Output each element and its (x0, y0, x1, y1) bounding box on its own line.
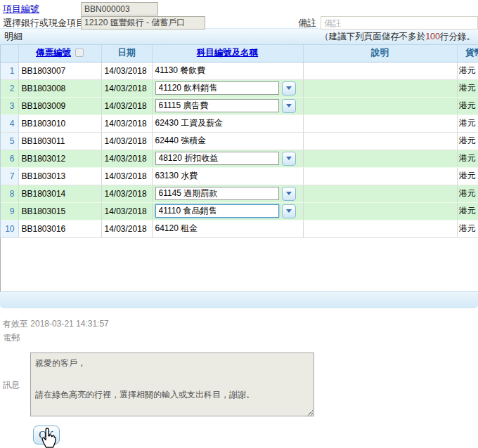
voucher-cell: BB1803016 (18, 220, 101, 237)
account-combobox (155, 152, 300, 166)
currency-cell: 港元 (457, 167, 478, 185)
message-label: 訊息 (0, 379, 30, 391)
chevron-down-icon (286, 192, 292, 195)
voucher-cell: BB1803007 (18, 62, 101, 79)
date-cell: 14/03/2018 (101, 114, 152, 132)
account-select-input[interactable] (155, 187, 279, 200)
currency-cell: 港元 (457, 202, 478, 220)
account-cell: 62430 工資及薪金 (152, 114, 303, 132)
account-cell: 63130 水費 (152, 167, 303, 185)
account-cell (152, 79, 303, 97)
account-dropdown-button[interactable] (282, 99, 296, 113)
account-select-input[interactable] (155, 204, 279, 218)
account-combobox (155, 187, 300, 201)
currency-cell: 港元 (457, 150, 478, 167)
table-footer-bar (0, 291, 478, 308)
voucher-cell: BB1803008 (18, 79, 101, 97)
account-dropdown-button[interactable] (282, 152, 296, 166)
row-number-cell: 1 (1, 62, 18, 79)
table-row: 4BB180301014/03/201862430 工資及薪金港元 (1, 114, 478, 132)
date-cell: 14/03/2018 (101, 62, 152, 79)
date-cell: 14/03/2018 (101, 202, 152, 220)
account-column-header: 科目編號及名稱 (152, 45, 303, 62)
remark-label: 備註 (298, 17, 316, 29)
detail-title: 明細 (4, 30, 22, 43)
date-cell: 14/03/2018 (101, 97, 152, 114)
description-cell (303, 114, 457, 132)
account-cell (152, 202, 303, 220)
row-number-cell: 4 (1, 114, 18, 132)
voucher-column-header: 傳票編號 (18, 45, 101, 62)
hand-cursor-icon (39, 427, 56, 448)
row-number-cell: 5 (1, 132, 18, 150)
account-cell: 41130 餐飲費 (152, 62, 303, 79)
date-cell: 14/03/2018 (101, 150, 152, 167)
select-all-checkbox[interactable] (75, 48, 84, 57)
account-cell: 64120 租金 (152, 220, 303, 237)
currency-column-header: 貨幣 (457, 45, 478, 62)
row-number-cell: 10 (1, 220, 18, 237)
table-row: 2BB180300814/03/2018港元 (1, 79, 478, 97)
voucher-cell: BB1803010 (18, 114, 101, 132)
row-limit-number: 100 (425, 32, 440, 41)
chevron-down-icon (286, 86, 292, 90)
valid-until-value: 2018-03-21 14:31:57 (30, 319, 108, 329)
remark-input[interactable] (321, 16, 478, 29)
currency-cell: 港元 (457, 114, 478, 132)
table-row: 1BB180300714/03/201841130 餐飲費港元 (1, 62, 478, 79)
table-row: 6BB180301214/03/2018港元 (1, 150, 478, 167)
table-row: 8BB180301414/03/2018港元 (1, 185, 478, 202)
voucher-cell: BB1803015 (18, 202, 101, 220)
account-sort-link[interactable]: 科目編號及名稱 (197, 48, 259, 58)
account-select-input[interactable] (155, 81, 279, 95)
currency-cell: 港元 (457, 132, 478, 150)
account-dropdown-button[interactable] (282, 204, 296, 218)
email-label: 電郵 (0, 332, 478, 343)
description-cell (303, 150, 457, 167)
account-combobox (155, 81, 300, 95)
row-number-cell: 3 (1, 97, 18, 114)
description-cell (303, 220, 457, 237)
account-cell (152, 185, 303, 202)
description-cell (303, 132, 457, 150)
description-cell (303, 185, 457, 202)
account-select-input[interactable] (155, 152, 279, 165)
project-number-link[interactable]: 項目編號 (3, 4, 39, 14)
voucher-cell: BB1803009 (18, 97, 101, 114)
description-cell (303, 167, 457, 185)
entries-table-wrap: 傳票編號 日期 科目編號及名稱 說明 貨幣 1BB180300714/03/20… (0, 45, 478, 238)
account-combobox (155, 99, 300, 113)
account-dropdown-button[interactable] (282, 81, 296, 95)
description-column-header: 說明 (303, 45, 457, 62)
account-combobox (155, 204, 300, 218)
message-textarea-wrap: 親愛的客戶， 請在綠色高亮的行裡，選擇相關的輸入或支出科目，謝謝。 (30, 353, 314, 419)
currency-cell: 港元 (457, 79, 478, 97)
project-number-label-cell: 項目編號 (3, 3, 81, 15)
detail-note: （建議下列頁面儲存不多於100行分錄。 (320, 31, 475, 43)
date-cell: 14/03/2018 (101, 132, 152, 150)
currency-cell: 港元 (457, 220, 478, 237)
table-body: 1BB180300714/03/201841130 餐飲費港元2BB180300… (1, 62, 478, 237)
date-cell: 14/03/2018 (101, 220, 152, 237)
voucher-sort-link[interactable]: 傳票編號 (36, 48, 71, 58)
date-column-header: 日期 (101, 45, 152, 62)
table-row: 3BB180300914/03/2018港元 (1, 97, 478, 114)
account-dropdown-button[interactable] (282, 187, 296, 201)
chevron-down-icon (286, 209, 292, 213)
project-number-input (81, 2, 158, 15)
account-cell (152, 150, 303, 167)
row-number-cell: 9 (1, 202, 18, 220)
description-cell (303, 97, 457, 114)
account-select-input[interactable] (155, 99, 279, 112)
row-number-cell: 7 (1, 167, 18, 185)
date-cell: 14/03/2018 (101, 185, 152, 202)
currency-cell: 港元 (457, 185, 478, 202)
top-form: 項目編號 選擇銀行或現金項目 備註 (0, 0, 478, 28)
table-empty-area (0, 238, 478, 291)
row-number-cell: 8 (1, 185, 18, 202)
description-cell (303, 62, 457, 79)
valid-until-line: 有效至 2018-03-21 14:31:57 (0, 318, 478, 329)
chevron-down-icon (286, 157, 292, 160)
bank-select-label: 選擇銀行或現金項目 (3, 17, 81, 29)
table-row: 9BB180301514/03/2018港元 (1, 202, 478, 220)
